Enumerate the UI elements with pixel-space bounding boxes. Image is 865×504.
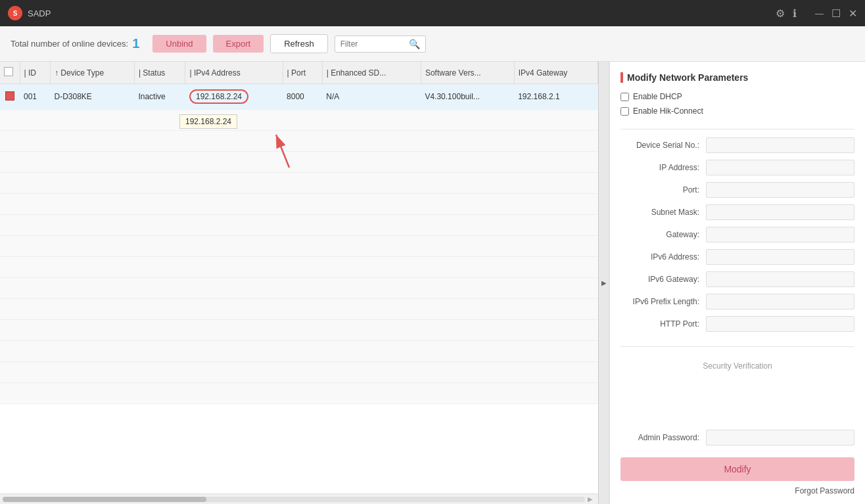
ipv6-prefix-input[interactable]: [706, 294, 854, 309]
enable-dhcp-row: Enable DHCP: [620, 92, 854, 101]
table-area: | ID ↑ Device Type | Status | IPv4 Addre…: [0, 62, 598, 504]
row-status: Inactive: [134, 84, 185, 110]
port-row: Port:: [620, 182, 854, 198]
title-bar: S SADP ⚙ ℹ — ☐ ✕: [0, 0, 865, 26]
admin-password-row: Admin Password:: [620, 430, 854, 446]
spacer: [620, 377, 854, 430]
device-count-container: Total number of online devices: 1: [11, 36, 139, 51]
collapse-panel-button[interactable]: ▶: [598, 62, 609, 504]
header-id: | ID: [20, 62, 50, 84]
http-port-input[interactable]: [706, 316, 854, 332]
forgot-password-link[interactable]: Forgot Password: [620, 486, 854, 495]
header-checkbox-col[interactable]: [0, 62, 20, 84]
ipv6-gateway-input[interactable]: [706, 271, 854, 287]
minimize-icon[interactable]: —: [815, 9, 824, 18]
panel-title: Modify Network Parameters: [620, 72, 854, 83]
title-icons: ⚙ ℹ — ☐ ✕: [776, 7, 857, 20]
empty-row: [0, 110, 598, 131]
row-checkbox-cell[interactable]: [0, 84, 20, 110]
enable-hik-connect-row: Enable Hik-Connect: [620, 106, 854, 116]
http-port-row: HTTP Port:: [620, 316, 854, 332]
empty-row: [0, 299, 598, 320]
device-serial-input[interactable]: [706, 137, 854, 153]
port-input[interactable]: [706, 182, 854, 198]
maximize-icon[interactable]: ☐: [831, 7, 841, 20]
modify-button[interactable]: Modify: [620, 457, 854, 481]
ip-address-label: IP Address:: [620, 163, 706, 172]
admin-password-label: Admin Password:: [620, 433, 706, 442]
security-verification-label: Security Verification: [620, 361, 854, 371]
table-header-row: | ID ↑ Device Type | Status | IPv4 Addre…: [0, 62, 598, 84]
row-device-type: D-D308KE: [50, 84, 134, 110]
empty-row: [0, 194, 598, 215]
close-icon[interactable]: ✕: [849, 7, 857, 20]
divider-2: [620, 346, 854, 347]
empty-row: [0, 173, 598, 194]
ip-address-row: IP Address:: [620, 160, 854, 175]
empty-row: [0, 341, 598, 362]
row-checkbox[interactable]: [5, 91, 14, 101]
enable-hik-connect-checkbox[interactable]: [620, 107, 629, 116]
header-software-ver: Software Vers...: [421, 62, 514, 84]
device-count-number: 1: [132, 36, 139, 51]
gateway-input[interactable]: [706, 227, 854, 242]
port-label: Port:: [620, 185, 706, 195]
gateway-label: Gateway:: [620, 230, 706, 239]
refresh-button[interactable]: Refresh: [270, 34, 328, 53]
app-icon: S: [8, 6, 22, 20]
admin-password-input[interactable]: [706, 430, 854, 446]
unbind-button[interactable]: Unbind: [152, 35, 206, 53]
bottom-scrollbar[interactable]: ▶: [0, 493, 598, 504]
filter-box: 🔍: [335, 35, 426, 53]
ipv6-address-label: IPv6 Address:: [620, 252, 706, 262]
right-panel: Modify Network Parameters Enable DHCP En…: [609, 62, 865, 504]
export-button[interactable]: Export: [213, 35, 264, 53]
header-ipv4: | IPv4 Address: [185, 62, 283, 84]
search-icon: 🔍: [409, 39, 420, 49]
header-ipv4-gateway: IPv4 Gateway: [514, 62, 597, 84]
ipv6-address-input[interactable]: [706, 249, 854, 265]
scroll-right-arrow[interactable]: ▶: [585, 495, 596, 503]
subnet-mask-input[interactable]: [706, 204, 854, 220]
enable-hik-connect-label: Enable Hik-Connect: [633, 106, 703, 116]
ip-tooltip: 192.168.2.24: [179, 114, 237, 129]
content-area: | ID ↑ Device Type | Status | IPv4 Addre…: [0, 62, 865, 504]
empty-row: [0, 383, 598, 404]
main-content: Total number of online devices: 1 Unbind…: [0, 26, 865, 504]
settings-icon[interactable]: ⚙: [776, 7, 785, 20]
empty-row: [0, 320, 598, 341]
http-port-label: HTTP Port:: [620, 319, 706, 329]
ip-address-input[interactable]: [706, 160, 854, 175]
ipv6-address-row: IPv6 Address:: [620, 249, 854, 265]
app-title: SADP: [28, 9, 51, 18]
ip-highlight-container: 192.168.2.24 192.168.2.24: [189, 89, 248, 104]
empty-row: [0, 278, 598, 299]
subnet-mask-label: Subnet Mask:: [620, 208, 706, 217]
table-scroll[interactable]: | ID ↑ Device Type | Status | IPv4 Addre…: [0, 62, 598, 493]
enable-dhcp-checkbox[interactable]: [620, 93, 629, 101]
scroll-track[interactable]: [3, 497, 585, 502]
row-ipv4: 192.168.2.24 192.168.2.24: [185, 84, 283, 110]
row-ipv4-gateway: 192.168.2.1: [514, 84, 597, 110]
ipv6-gateway-label: IPv6 Gateway:: [620, 275, 706, 284]
filter-input[interactable]: [340, 39, 406, 49]
device-serial-row: Device Serial No.:: [620, 137, 854, 153]
device-count-label: Total number of online devices:: [11, 39, 128, 49]
collapse-icon: ▶: [601, 279, 607, 286]
row-port: 8000: [283, 84, 322, 110]
empty-row: [0, 236, 598, 257]
row-software-ver: V4.30.100buil...: [421, 84, 514, 110]
scroll-thumb[interactable]: [3, 497, 206, 502]
header-port: | Port: [283, 62, 322, 84]
header-checkbox[interactable]: [4, 67, 13, 76]
ip-cell-value: 192.168.2.24: [189, 89, 248, 104]
info-icon[interactable]: ℹ: [793, 7, 797, 20]
empty-row: [0, 362, 598, 383]
row-enhanced-sd: N/A: [322, 84, 421, 110]
enable-dhcp-label: Enable DHCP: [633, 92, 682, 101]
subnet-mask-row: Subnet Mask:: [620, 204, 854, 220]
ipv6-gateway-row: IPv6 Gateway:: [620, 271, 854, 287]
empty-row: [0, 215, 598, 236]
ipv6-prefix-label: IPv6 Prefix Length:: [620, 297, 706, 306]
table-row[interactable]: 001 D-D308KE Inactive 192.168.2.24 192.1…: [0, 84, 598, 110]
